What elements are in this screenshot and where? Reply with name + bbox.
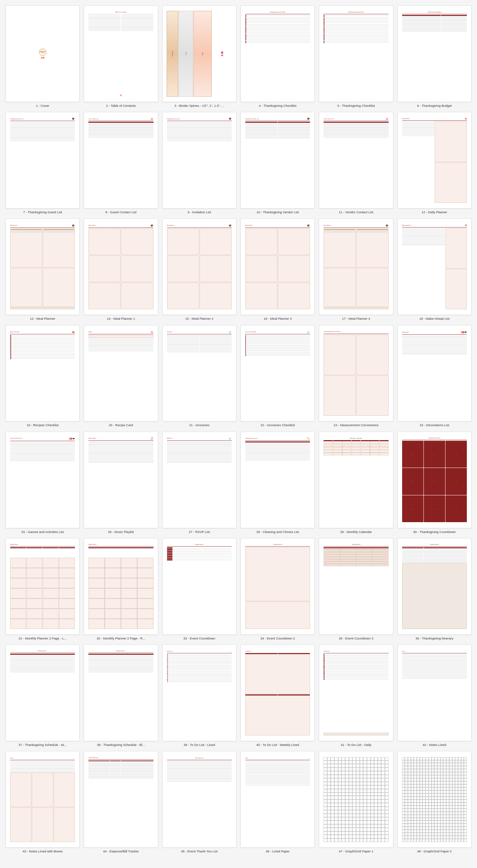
grid-item-25[interactable]: Games and Activities List 🎀❤ 25 - Games …	[5, 432, 80, 534]
thumbnail-29: Monthly Calendar	[319, 432, 393, 528]
grid-item-13[interactable]: Meal Planner 🦃	[5, 218, 80, 321]
thumbnail-22: Groceries Checklist 🛒	[241, 325, 315, 422]
thumbnail-32: Monthly Planner	[84, 538, 158, 635]
thumbnail-2: Table of Contents 🌸	[84, 5, 158, 102]
grid-item-19[interactable]: Recipe Checklist 🍂 19 - Recipes Checklis…	[5, 325, 80, 428]
grid-item-1[interactable]: ThanksgivingPlanner 🍂🍁 1 - Cover	[5, 5, 80, 108]
label-40: 40 - To Do List - Weekly Lined	[256, 743, 299, 747]
grid-item-48[interactable]: 48 - Graph/Grid Paper 2	[397, 751, 472, 853]
label-44: 44 - Expense/Bill Tracker	[103, 849, 139, 853]
grid-item-20[interactable]: Recipe 🌸 20 - Recipe Card	[84, 325, 158, 428]
label-12: 12 - Daily Planner	[422, 210, 448, 214]
grid-item-43[interactable]: Notes — 43 - Notes Lined with Boxes	[5, 751, 80, 853]
grid-item-37[interactable]: Thanksgiving Day — 37 - Thanksgiving Sch…	[5, 645, 80, 747]
thumbnail-3: Thanksgiving Planner Planner 🌺 🍂	[162, 5, 236, 102]
thumbnail-11: Guest Contact List 🌸	[319, 112, 393, 209]
label-11: 11 - Vendor Contact List	[339, 210, 373, 214]
thumbnail-40: To Do List	[241, 645, 315, 741]
grid-item-28[interactable]: Cleaning and Chores List ✏️ 28 - Cleanin…	[241, 432, 315, 534]
thumbnail-4: Thanksgiving Checklist	[241, 5, 315, 102]
label-27: 27 - RSVP List	[189, 530, 210, 534]
thumbnail-27: RSVP List 🛒	[162, 432, 236, 528]
thumbnail-47	[319, 751, 393, 848]
thumbnail-28: Cleaning and Chores List ✏️	[241, 432, 315, 528]
label-47: 47 - Graph/Grid Paper 1	[339, 849, 373, 853]
grid-item-23[interactable]: Cooking Measurement Conversions 23 -	[319, 325, 393, 428]
grid-item-15[interactable]: Meal Planner 🦃 15 - Meal Planner 2	[162, 218, 236, 321]
label-24: 24 - Decorations List	[420, 423, 449, 427]
thumbnail-44: Expense/Bill Tracker	[84, 751, 158, 848]
grid-item-32[interactable]: Monthly Planner 32 - Monthly Planner 2 P…	[84, 538, 158, 640]
grid-item-4[interactable]: Thanksgiving Checklist 4 - Thanksgiving …	[241, 5, 315, 108]
label-13: 13 - Meal Planner	[30, 317, 55, 321]
grid-item-46[interactable]: Notes — 46 - Lined Paper	[241, 751, 315, 853]
thumbnail-13: Meal Planner 🦃	[5, 218, 80, 315]
grid-item-27[interactable]: RSVP List 🛒 27 - RSVP List	[162, 432, 236, 534]
grid-item-38[interactable]: Thanksgiving Day — 38 - Thanksgiving Sch…	[84, 645, 158, 747]
label-5: 5 - Thanksgiving Checklist	[337, 104, 375, 108]
grid-item-5[interactable]: Thanksgiving Checklist 5 - Thanksgiving …	[319, 5, 393, 108]
thumbnail-33: Thanksgiving Post	[162, 538, 236, 635]
thumbnail-23: Cooking Measurement Conversions	[319, 325, 393, 422]
grid-item-17[interactable]: Meal Planner 🦃	[319, 218, 393, 321]
label-17: 17 - Meal Planner 4	[342, 317, 370, 321]
grid-item-30[interactable]: Thanksgiving Countdown DayDayDayDayDayDa…	[397, 432, 472, 534]
label-14: 14 - Meal Planner 1	[107, 317, 135, 321]
label-1: 1 - Cover	[36, 104, 49, 108]
label-26: 26 - Music Playlist	[108, 530, 134, 534]
grid-item-22[interactable]: Groceries Checklist 🛒 22 - Groceries Che…	[241, 325, 315, 428]
thumbnail-42: Notes —	[397, 645, 472, 741]
grid-item-11[interactable]: Guest Contact List 🌸 11 - Vendor Contact…	[319, 112, 393, 214]
label-31: 31 - Monthly Planner 2 Page - L...	[19, 636, 67, 640]
label-36: 36 - Thanksgiving Itinerary	[415, 636, 453, 640]
grid-item-39[interactable]: To Do List — 39 - To Do List - Lined	[162, 645, 236, 747]
label-3: 3 - Binder Spines - 1/2", 1", 1.5", ...	[174, 104, 224, 108]
thumbnail-8: Guest Contact List 🌸	[84, 112, 158, 209]
grid-item-9[interactable]: Thanksgiving Guest List 🦃 9 - Invitation…	[162, 112, 236, 214]
grid-item-35[interactable]: Thanksgiving Post 35 - Event Countdown 3	[319, 538, 393, 640]
label-30: 30 - Thanksgiving Countdown	[413, 530, 456, 534]
grid-item-24[interactable]: Decorations 🎀❤ 24 - Decorations List	[397, 325, 472, 428]
thumbnail-26: Music Playlist 🎵	[84, 432, 158, 528]
grid-item-44[interactable]: Expense/Bill Tracker 44 - Expense/Bill T…	[84, 751, 158, 853]
grid-item-6[interactable]: Thanksgiving Budget 6 - Thanksgiving Bud…	[397, 5, 472, 108]
label-22: 22 - Groceries Checklist	[261, 423, 295, 427]
thumbnail-grid: ThanksgivingPlanner 🍂🍁 1 - Cover Table o…	[5, 5, 472, 854]
grid-item-31[interactable]: Monthly Planner 31 - Monthly Planner 2 P…	[5, 538, 80, 640]
grid-item-14[interactable]: Meal Planner 🦃	[84, 218, 158, 321]
grid-item-2[interactable]: Table of Contents 🌸 2 - Table of Content…	[84, 5, 158, 108]
grid-item-36[interactable]: Thanksgiving Day 36 - Thanksgiving Itine…	[397, 538, 472, 640]
grid-item-47[interactable]: 47 - Graph/Grid Paper 1	[319, 751, 393, 853]
grid-item-12[interactable]: Daily Planner 📅 12 - Daily Planner	[397, 112, 472, 214]
grid-item-34[interactable]: Thanksgiving Post 34 - Event Countdown 2	[241, 538, 315, 640]
grid-item-8[interactable]: Guest Contact List 🌸 8 - Guest Contact L…	[84, 112, 158, 214]
label-19: 19 - Recipes Checklist	[26, 423, 59, 427]
grid-item-10[interactable]: Thanksgiving Vendor List 🦃 10 - Thanksgi…	[241, 112, 315, 214]
label-7: 7 - Thanksgiving Guest List	[23, 210, 62, 214]
label-34: 34 - Event Countdown 2	[261, 636, 295, 640]
thumbnail-14: Meal Planner 🦃	[84, 218, 158, 315]
label-23: 23 - Measurement Conversions	[334, 423, 379, 427]
thumbnail-18: Make Ahead List 📅	[397, 218, 472, 315]
thumbnail-21: Groceries 🛒	[162, 325, 236, 422]
grid-item-16[interactable]: Meal Planner 🦃 16 - Meal Planner 3	[241, 218, 315, 321]
grid-item-29[interactable]: Monthly Calendar 29 - Monthly Calendar	[319, 432, 393, 534]
grid-item-45[interactable]: Thank You List 45 - Event Thank You List	[162, 751, 236, 853]
grid-item-41[interactable]: To Do List 41 - To Do List - Daily	[319, 645, 393, 747]
grid-item-42[interactable]: Notes — 42 - Notes Lined	[397, 645, 472, 747]
grid-item-18[interactable]: Make Ahead List 📅 18 - Make Ahead List	[397, 218, 472, 321]
grid-item-33[interactable]: Thanksgiving Post	[162, 538, 236, 640]
label-18: 18 - Make Ahead List	[419, 317, 450, 321]
thumbnail-35: Thanksgiving Post	[319, 538, 393, 635]
label-33: 33 - Event Countdown	[183, 636, 215, 640]
grid-item-21[interactable]: Groceries 🛒 21 - Groceries	[162, 325, 236, 428]
label-28: 28 - Cleaning and Chores List	[256, 530, 299, 534]
grid-item-40[interactable]: To Do List 40 - To Do List - Weekly Line…	[241, 645, 315, 747]
grid-item-7[interactable]: Thanksgiving Guest List 🦃 7 - Thanksgivi…	[5, 112, 80, 214]
label-37: 37 - Thanksgiving Schedule - wi...	[18, 743, 66, 747]
grid-item-26[interactable]: Music Playlist 🎵 26 - Music Playlist	[84, 432, 158, 534]
grid-item-3[interactable]: Thanksgiving Planner Planner 🌺 🍂 3 - Bin…	[162, 5, 236, 108]
thumbnail-17: Meal Planner 🦃	[319, 218, 393, 315]
thumbnail-34: Thanksgiving Post	[241, 538, 315, 635]
label-21: 21 - Groceries	[189, 423, 209, 427]
